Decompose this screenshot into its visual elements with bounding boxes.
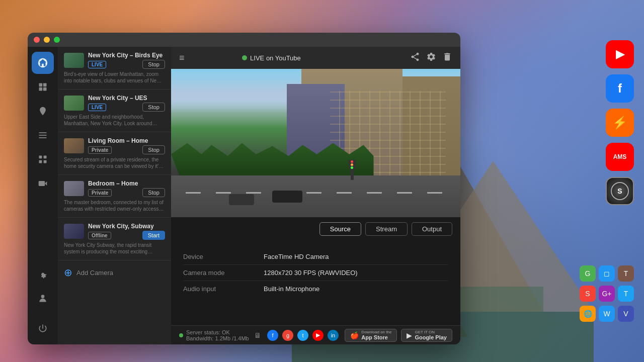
device-label: Device <box>183 253 254 260</box>
svg-rect-14 <box>39 137 47 138</box>
add-camera-label: Add Camera <box>76 269 113 277</box>
live-dot <box>242 55 247 60</box>
camera-desc-3: Secured stream of a private residence, t… <box>64 156 165 169</box>
s5-app-icon[interactable]: S <box>606 177 634 205</box>
add-camera-button[interactable]: ⊕ Add Camera <box>58 260 171 285</box>
sidebar-icon-profile[interactable] <box>32 287 54 309</box>
camera-item-living-room[interactable]: Living Room – Home Private Stop Secured … <box>58 132 171 175</box>
camera-desc-2: Upper East Side and neighborhood, Manhat… <box>64 114 165 127</box>
googleplay-badge[interactable]: ▶ GET IT ON Google Play <box>401 329 452 342</box>
stop-button-1[interactable]: Stop <box>142 60 165 69</box>
camera-status-4: Private <box>88 189 112 197</box>
sidebar-icon-settings[interactable] <box>32 263 54 285</box>
camera-thumb-2 <box>64 96 84 111</box>
camera-desc-5: New York City Subway, the rapid transit … <box>64 242 165 255</box>
camera-name-4: Bedroom – Home <box>88 180 165 187</box>
status-dot <box>179 333 183 337</box>
sidebar-icon-power[interactable] <box>32 317 54 339</box>
menu-icon[interactable]: ≡ <box>179 53 185 63</box>
delete-icon[interactable] <box>442 52 452 64</box>
ams-app-icon[interactable]: AMS <box>606 143 634 171</box>
camera-mode-row: Camera mode 644x362 30 FPS (RAWVIDEO) <box>183 265 448 281</box>
small-icon-4[interactable]: S <box>580 286 596 302</box>
status-bar: Server status: OK Bandwidth: 1.2Mb /1.4M… <box>171 325 460 344</box>
stop-button-2[interactable]: Stop <box>142 103 165 112</box>
tab-output[interactable]: Output <box>412 222 452 236</box>
details-panel: Device FaceTime HD Camera Camera mode 12… <box>171 241 460 325</box>
social-icon-linkedin[interactable]: in <box>328 330 339 341</box>
sidebar-icon-maps[interactable] <box>32 76 54 98</box>
sidebar-icon-list[interactable] <box>32 124 54 146</box>
bandwidth-text: Bandwidth: 1.2Mb /1.4Mb <box>186 335 249 341</box>
sidebar-icon-location[interactable] <box>32 100 54 122</box>
svg-rect-10 <box>43 87 47 91</box>
svg-rect-9 <box>39 87 43 91</box>
social-icon-youtube[interactable]: ▶ <box>312 330 324 341</box>
camera-item-nyc-birds-eye[interactable]: New York City – Birds Eye LIVE Stop Bird… <box>58 47 171 89</box>
title-bar <box>28 33 460 47</box>
social-icon-twitter[interactable]: t <box>297 330 308 341</box>
thunder-app-icon[interactable]: ⚡ <box>606 109 634 137</box>
camera-status-2: LIVE <box>88 104 106 111</box>
camera-name-5: New York City, Subway <box>88 223 165 230</box>
small-icon-5[interactable]: G+ <box>599 286 615 302</box>
live-indicator: LIVE on YouTube <box>242 54 301 62</box>
camera-thumb-3 <box>64 138 84 153</box>
main-content: ≡ LIVE on YouTube <box>171 47 460 344</box>
tab-stream[interactable]: Stream <box>365 222 408 236</box>
device-row: Device FaceTime HD Camera <box>183 249 448 265</box>
device-value: FaceTime HD Camera <box>264 253 329 260</box>
svg-rect-7 <box>39 83 43 87</box>
close-button[interactable] <box>34 37 40 43</box>
camera-thumb-1 <box>64 53 84 68</box>
svg-rect-17 <box>39 160 42 163</box>
camera-name-1: New York City – Birds Eye <box>88 52 165 59</box>
stop-button-3[interactable]: Stop <box>142 145 165 154</box>
small-icon-6[interactable]: T <box>618 286 634 302</box>
small-icon-9[interactable]: V <box>618 306 634 322</box>
camera-name-2: New York City – UES <box>88 95 165 102</box>
sidebar-icon-home[interactable] <box>32 52 54 74</box>
share-icon[interactable] <box>410 52 420 64</box>
camera-item-nyc-ues[interactable]: New York City – UES LIVE Stop Upper East… <box>58 89 171 132</box>
minimize-button[interactable] <box>44 37 50 43</box>
start-button-5[interactable]: Start <box>142 231 165 240</box>
settings-icon[interactable] <box>426 52 436 64</box>
appstore-badge[interactable]: 🍎 Download on the App Store <box>345 329 397 342</box>
live-text: LIVE on YouTube <box>250 54 301 62</box>
small-icon-8[interactable]: W <box>599 306 615 322</box>
small-icon-3[interactable]: T <box>618 265 634 282</box>
camera-mode-label: Camera mode <box>183 269 254 277</box>
stop-button-4[interactable]: Stop <box>142 188 165 197</box>
social-icon-google[interactable]: g <box>282 330 293 341</box>
camera-status-3: Private <box>88 146 112 154</box>
youtube-app-icon[interactable]: ▶ <box>606 40 634 68</box>
svg-rect-15 <box>39 156 42 159</box>
tab-bar: Source Stream Output <box>171 217 460 241</box>
maximize-button[interactable] <box>54 37 60 43</box>
small-icon-7[interactable]: 🌐 <box>580 306 596 322</box>
server-status-text: Server status: OK <box>186 329 249 335</box>
audio-input-value: Built-in Microphone <box>264 285 319 293</box>
svg-rect-19 <box>39 181 45 186</box>
server-status: Server status: OK Bandwidth: 1.2Mb /1.4M… <box>179 329 261 341</box>
social-icons: f g t ▶ in <box>267 330 339 341</box>
audio-input-row: Audio input Built-in Microphone <box>183 281 448 297</box>
svg-rect-13 <box>39 135 47 136</box>
social-icon-facebook[interactable]: f <box>267 330 278 341</box>
svg-point-22 <box>41 295 45 298</box>
svg-rect-12 <box>39 132 47 133</box>
camera-status-1: LIVE <box>88 61 106 68</box>
camera-item-bedroom[interactable]: Bedroom – Home Private Stop The master b… <box>58 175 171 218</box>
video-preview <box>171 69 460 217</box>
camera-item-subway[interactable]: New York City, Subway Offline Start New … <box>58 218 171 260</box>
sidebar-icon-video[interactable] <box>32 172 54 195</box>
small-icon-2[interactable]: ◻ <box>599 265 615 282</box>
sidebar-icon-grid[interactable] <box>32 148 54 170</box>
small-icon-1[interactable]: G <box>580 265 596 282</box>
camera-desc-4: The master bedroom, connected to my list… <box>64 199 165 212</box>
store-badges: 🍎 Download on the App Store ▶ GET IT ON … <box>345 329 452 342</box>
tab-source[interactable]: Source <box>319 222 361 236</box>
top-bar: ≡ LIVE on YouTube <box>171 47 460 69</box>
facebook-app-icon[interactable]: f <box>606 74 634 103</box>
